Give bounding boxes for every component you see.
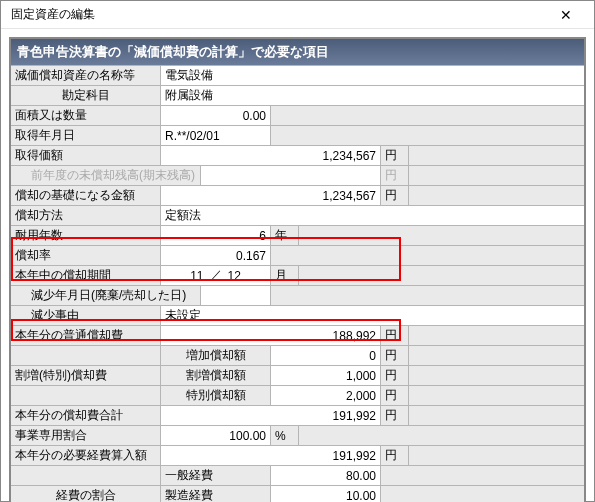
label-basis: 償却の基礎になる金額: [11, 186, 161, 205]
filler: [381, 486, 584, 502]
field-method[interactable]: 定額法: [161, 206, 584, 225]
unit-life: 年: [271, 226, 299, 245]
field-acq-date[interactable]: R.**/02/01: [161, 126, 271, 145]
row-account: 勘定科目 附属設備: [11, 86, 584, 106]
close-icon: ✕: [560, 7, 572, 23]
label-inc-dep: 増加償却額: [161, 346, 271, 365]
close-button[interactable]: ✕: [546, 2, 586, 28]
filler: [409, 366, 584, 385]
field-necessary-exp[interactable]: 191,992: [161, 446, 381, 465]
field-decrease-date[interactable]: [201, 286, 271, 305]
filler: [409, 146, 584, 165]
label-special-group: [11, 346, 161, 365]
row-area-qty: 面積又は数量 0.00: [11, 106, 584, 126]
main-panel: 青色申告決算書の「減価償却費の計算」で必要な項目 減価償却資産の名称等 電気設備…: [9, 37, 586, 502]
label-acq-price: 取得価額: [11, 146, 161, 165]
unit-necessary-exp: 円: [381, 446, 409, 465]
row-necessary-exp: 本年分の必要経費算入額 191,992 円: [11, 446, 584, 466]
unit-extra-dep: 円: [381, 366, 409, 385]
filler: [271, 286, 584, 305]
field-inc-dep[interactable]: 0: [271, 346, 381, 365]
field-basis[interactable]: 1,234,567: [161, 186, 381, 205]
label-account: 勘定科目: [11, 86, 161, 105]
field-exp-general[interactable]: 80.00: [271, 466, 381, 485]
row-asset-name: 減価償却資産の名称等 電気設備: [11, 66, 584, 86]
field-special-dep[interactable]: 2,000: [271, 386, 381, 405]
field-biz-ratio[interactable]: 100.00: [161, 426, 271, 445]
field-total-dep[interactable]: 191,992: [161, 406, 381, 425]
label-method: 償却方法: [11, 206, 161, 225]
label-special-dep: 特別償却額: [161, 386, 271, 405]
unit-prev-balance: 円: [381, 166, 409, 185]
label-special-group-text: 割増(特別)償却費: [11, 366, 161, 385]
unit-total-dep: 円: [381, 406, 409, 425]
filler: [299, 426, 584, 445]
panel-header: 青色申告決算書の「減価償却費の計算」で必要な項目: [11, 39, 584, 65]
field-extra-dep[interactable]: 1,000: [271, 366, 381, 385]
filler: [409, 386, 584, 405]
row-exp-general: 一般経費 80.00: [11, 466, 584, 486]
row-acq-price: 取得価額 1,234,567 円: [11, 146, 584, 166]
row-total-dep: 本年分の償却費合計 191,992 円: [11, 406, 584, 426]
field-asset-name[interactable]: 電気設備: [161, 66, 584, 85]
field-account[interactable]: 附属設備: [161, 86, 584, 105]
label-life: 耐用年数: [11, 226, 161, 245]
label-rate: 償却率: [11, 246, 161, 265]
label-prev-balance: 前年度の未償却残高(期末残高): [11, 166, 201, 185]
label-biz-ratio: 事業専用割合: [11, 426, 161, 445]
unit-special-dep: 円: [381, 386, 409, 405]
field-prev-balance[interactable]: [201, 166, 381, 185]
row-special-dep: 特別償却額 2,000 円: [11, 386, 584, 406]
row-rate: 償却率 0.167: [11, 246, 584, 266]
field-area-qty[interactable]: 0.00: [161, 106, 271, 125]
row-basis: 償却の基礎になる金額 1,234,567 円: [11, 186, 584, 206]
label-period: 本年中の償却期間: [11, 266, 161, 285]
label-exp-ratio-group: [11, 466, 161, 485]
field-rate[interactable]: 0.167: [161, 246, 271, 265]
field-life[interactable]: 6: [161, 226, 271, 245]
label-special-group-bot: [11, 386, 161, 405]
filler: [271, 246, 584, 265]
row-method: 償却方法 定額法: [11, 206, 584, 226]
field-decrease-reason[interactable]: 未設定: [161, 306, 584, 325]
filler: [409, 446, 584, 465]
filler: [299, 266, 584, 285]
row-exp-mfg: 経費の割合 製造経費 10.00: [11, 486, 584, 502]
row-prev-balance: 前年度の未償却残高(期末残高) 円: [11, 166, 584, 186]
field-exp-mfg[interactable]: 10.00: [271, 486, 381, 502]
label-asset-name: 減価償却資産の名称等: [11, 66, 161, 85]
period-m2: 12: [228, 269, 241, 283]
row-life: 耐用年数 6 年: [11, 226, 584, 246]
row-inc-dep: 増加償却額 0 円: [11, 346, 584, 366]
filler: [409, 326, 584, 345]
label-extra-dep: 割増償却額: [161, 366, 271, 385]
titlebar: 固定資産の編集 ✕: [1, 1, 594, 29]
unit-ordinary-dep: 円: [381, 326, 409, 345]
filler: [299, 226, 584, 245]
unit-acq-price: 円: [381, 146, 409, 165]
label-area-qty: 面積又は数量: [11, 106, 161, 125]
label-decrease-reason: 減少事由: [11, 306, 161, 325]
period-sep: ／: [210, 267, 222, 284]
label-exp-mfg: 製造経費: [161, 486, 271, 502]
field-acq-price[interactable]: 1,234,567: [161, 146, 381, 165]
filler: [271, 126, 584, 145]
filler: [409, 166, 584, 185]
row-decrease-date: 減少年月日(廃棄/売却した日): [11, 286, 584, 306]
dialog-window: 固定資産の編集 ✕ 青色申告決算書の「減価償却費の計算」で必要な項目 減価償却資…: [0, 0, 595, 502]
unit-inc-dep: 円: [381, 346, 409, 365]
form-grid: 減価償却資産の名称等 電気設備 勘定科目 附属設備 面積又は数量 0.00 取得…: [11, 65, 584, 502]
label-total-dep: 本年分の償却費合計: [11, 406, 161, 425]
row-ordinary-dep: 本年分の普通償却費 188,992 円: [11, 326, 584, 346]
filler: [409, 186, 584, 205]
unit-basis: 円: [381, 186, 409, 205]
filler: [409, 406, 584, 425]
field-ordinary-dep[interactable]: 188,992: [161, 326, 381, 345]
field-period[interactable]: 11 ／ 12: [161, 266, 271, 285]
row-biz-ratio: 事業専用割合 100.00 %: [11, 426, 584, 446]
unit-biz-ratio: %: [271, 426, 299, 445]
label-exp-general: 一般経費: [161, 466, 271, 485]
label-acq-date: 取得年月日: [11, 126, 161, 145]
window-title: 固定資産の編集: [11, 6, 95, 23]
row-decrease-reason: 減少事由 未設定: [11, 306, 584, 326]
